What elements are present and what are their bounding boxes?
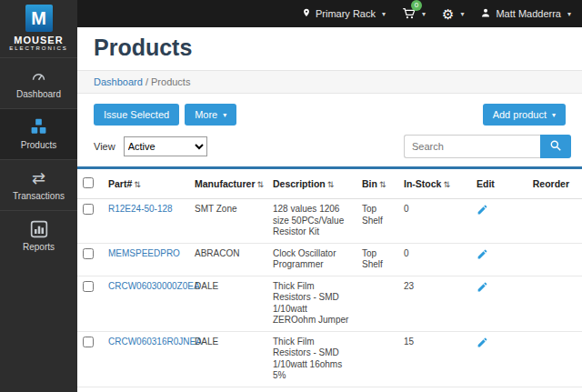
table-header-row: Part#⇅ Manufacturer⇅ Description⇅ Bin⇅ I… bbox=[77, 169, 582, 199]
cart-count-badge: 0 bbox=[411, 0, 422, 11]
description-cell: Clock Oscillator Programmer bbox=[267, 243, 356, 276]
chevron-down-icon: ▾ bbox=[422, 10, 426, 18]
issue-selected-button[interactable]: Issue Selected bbox=[94, 104, 179, 126]
breadcrumb-dashboard-link[interactable]: Dashboard bbox=[94, 76, 143, 87]
cart-menu[interactable]: 0 ▾ bbox=[402, 6, 426, 22]
filter-row: View Active bbox=[77, 133, 582, 166]
transfer-arrows-icon: ⇄ bbox=[32, 169, 45, 187]
col-header-bin[interactable]: Bin⇅ bbox=[356, 169, 398, 199]
breadcrumb: Dashboard / Products bbox=[77, 70, 582, 94]
topbar: Primary Rack ▾ 0 ▾ ⚙ ▾ Matt Madderra ▾ bbox=[0, 0, 582, 27]
sidebar: M MOUSER ELECTRONICS Dashboard Products … bbox=[0, 0, 77, 392]
chevron-down-icon: ▾ bbox=[223, 111, 226, 119]
sort-icon: ⇅ bbox=[379, 180, 386, 189]
sidebar-item-label: Reports bbox=[23, 242, 55, 252]
settings-menu[interactable]: ⚙ ▾ bbox=[442, 7, 464, 21]
table-row: R12E24-50-128 SMT Zone 128 values 1206 s… bbox=[77, 199, 582, 244]
row-checkbox[interactable] bbox=[83, 337, 94, 347]
add-product-button[interactable]: Add product ▾ bbox=[483, 104, 566, 126]
description-cell: Thick Film Resistors - SMD 1/10watt 3000… bbox=[267, 387, 356, 392]
mouser-logo[interactable]: M MOUSER ELECTRONICS bbox=[0, 0, 77, 57]
reorder-cell bbox=[524, 387, 582, 392]
chevron-down-icon: ▾ bbox=[567, 10, 571, 18]
edit-pencil-icon[interactable] bbox=[477, 248, 488, 264]
sidebar-nav: Dashboard Products ⇄ Transactions Report… bbox=[0, 57, 77, 261]
view-select[interactable]: Active bbox=[124, 136, 207, 156]
more-button[interactable]: More ▾ bbox=[185, 104, 236, 126]
user-icon bbox=[480, 7, 491, 20]
user-menu[interactable]: Matt Madderra ▾ bbox=[480, 7, 571, 20]
search-button[interactable] bbox=[540, 135, 571, 158]
sidebar-item-transactions[interactable]: ⇄ Transactions bbox=[0, 159, 77, 210]
search-icon bbox=[549, 139, 562, 155]
location-label: Primary Rack bbox=[316, 8, 376, 19]
part-link[interactable]: R12E24-50-128 bbox=[108, 204, 173, 214]
description-cell: Thick Film Resistors - SMD 1/10watt ZERO… bbox=[267, 276, 356, 331]
edit-pencil-icon[interactable] bbox=[477, 281, 488, 297]
gauge-icon bbox=[29, 67, 48, 85]
products-table: Part#⇅ Manufacturer⇅ Description⇅ Bin⇅ I… bbox=[77, 169, 582, 392]
location-pin-icon bbox=[302, 7, 311, 20]
gear-icon: ⚙ bbox=[442, 7, 454, 21]
col-header-reorder: Reorder bbox=[524, 169, 582, 199]
edit-pencil-icon[interactable] bbox=[477, 337, 488, 352]
col-header-description[interactable]: Description⇅ bbox=[267, 169, 356, 199]
sidebar-item-dashboard[interactable]: Dashboard bbox=[0, 57, 77, 108]
table-row: MEMSPEEDPRO ABRACON Clock Oscillator Pro… bbox=[77, 243, 582, 276]
view-label: View bbox=[94, 141, 115, 152]
sidebar-item-label: Dashboard bbox=[16, 89, 61, 99]
main-content: Products Dashboard / Products Issue Sele… bbox=[77, 27, 582, 392]
instock-cell: 25 bbox=[398, 387, 471, 392]
row-checkbox[interactable] bbox=[83, 204, 94, 215]
table-row: CRCW060316R0JNEA DALE Thick Film Resisto… bbox=[77, 331, 582, 387]
instock-cell: 23 bbox=[398, 276, 471, 331]
col-header-manufacturer[interactable]: Manufacturer⇅ bbox=[189, 169, 267, 199]
chevron-down-icon: ▾ bbox=[382, 10, 386, 18]
products-cubes-icon bbox=[29, 118, 48, 136]
col-header-instock[interactable]: In-Stock⇅ bbox=[398, 169, 471, 199]
reorder-cell bbox=[524, 199, 582, 244]
more-label: More bbox=[195, 109, 217, 120]
sidebar-item-products[interactable]: Products bbox=[0, 108, 77, 159]
sort-icon: ⇅ bbox=[257, 180, 265, 189]
chevron-down-icon: ▾ bbox=[460, 10, 464, 18]
reorder-cell bbox=[524, 276, 582, 331]
description-cell: 128 values 1206 size 50PCs/Value Resisto… bbox=[267, 199, 356, 244]
manufacturer-cell: DALE bbox=[189, 276, 267, 331]
toolbar: Issue Selected More ▾ Add product ▾ bbox=[77, 94, 582, 133]
reorder-cell bbox=[524, 331, 582, 387]
description-cell: Thick Film Resistors - SMD 1/10watt 16oh… bbox=[267, 331, 356, 387]
edit-pencil-icon[interactable] bbox=[477, 204, 488, 219]
select-all-checkbox[interactable] bbox=[83, 177, 94, 188]
user-name: Matt Madderra bbox=[496, 8, 561, 19]
col-header-part[interactable]: Part#⇅ bbox=[103, 169, 189, 199]
page-title: Products bbox=[77, 27, 582, 70]
location-selector[interactable]: Primary Rack ▾ bbox=[302, 7, 386, 20]
bin-cell bbox=[356, 331, 398, 387]
manufacturer-cell: DALE bbox=[189, 387, 267, 392]
issue-selected-label: Issue Selected bbox=[104, 109, 169, 120]
bin-cell: Top Shelf bbox=[356, 243, 398, 276]
part-link[interactable]: MEMSPEEDPRO bbox=[108, 248, 180, 258]
bin-cell bbox=[356, 387, 398, 392]
col-header-edit: Edit bbox=[471, 169, 524, 199]
bar-chart-icon bbox=[30, 220, 48, 238]
instock-cell: 0 bbox=[398, 243, 471, 276]
add-product-label: Add product bbox=[493, 109, 547, 120]
reorder-cell bbox=[524, 243, 582, 276]
part-link[interactable]: CRCW06030000Z0EA bbox=[108, 281, 200, 291]
manufacturer-cell: DALE bbox=[189, 331, 267, 387]
row-checkbox[interactable] bbox=[83, 248, 94, 259]
sort-icon: ⇅ bbox=[327, 180, 335, 189]
bin-cell: Top Shelf bbox=[356, 199, 398, 244]
search-input[interactable] bbox=[404, 135, 540, 158]
row-checkbox[interactable] bbox=[83, 281, 94, 292]
bin-cell bbox=[356, 276, 398, 331]
sidebar-item-reports[interactable]: Reports bbox=[0, 210, 77, 261]
sort-icon: ⇅ bbox=[443, 180, 450, 189]
search-group bbox=[404, 135, 571, 158]
manufacturer-cell: SMT Zone bbox=[189, 199, 267, 244]
part-link[interactable]: CRCW060316R0JNEA bbox=[108, 337, 202, 347]
instock-cell: 15 bbox=[398, 331, 471, 387]
sort-icon: ⇅ bbox=[134, 180, 141, 189]
